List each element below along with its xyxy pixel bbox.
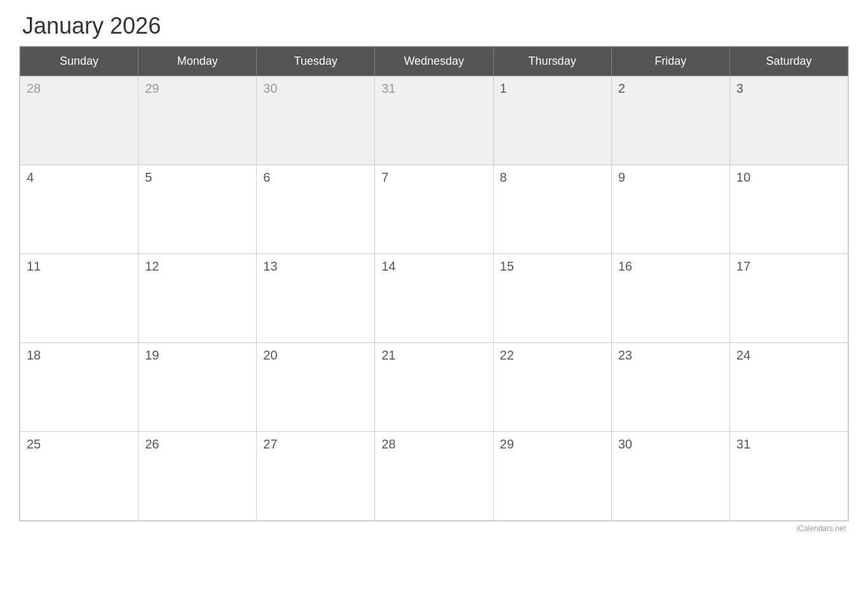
- calendar-day-cell[interactable]: 28: [20, 76, 139, 165]
- calendar-header-cell: Wednesday: [375, 47, 493, 76]
- day-number: 5: [145, 170, 152, 184]
- calendar-header-cell: Saturday: [729, 47, 848, 76]
- day-number: 21: [381, 348, 395, 362]
- calendar-header-row: SundayMondayTuesdayWednesdayThursdayFrid…: [20, 47, 848, 76]
- calendar: SundayMondayTuesdayWednesdayThursdayFrid…: [19, 46, 849, 522]
- calendar-header-cell: Sunday: [20, 47, 139, 76]
- day-number: 29: [145, 81, 159, 95]
- calendar-day-cell[interactable]: 11: [20, 254, 139, 343]
- day-number: 20: [263, 348, 277, 362]
- day-number: 16: [618, 259, 632, 273]
- calendar-week-row: 25262728293031: [20, 432, 848, 521]
- day-number: 28: [381, 437, 395, 451]
- day-number: 22: [500, 348, 514, 362]
- watermark: iCalendars.net: [19, 524, 849, 533]
- calendar-day-cell[interactable]: 27: [257, 432, 375, 521]
- calendar-day-cell[interactable]: 31: [729, 432, 848, 521]
- day-number: 3: [736, 81, 743, 95]
- calendar-day-cell[interactable]: 18: [20, 343, 139, 432]
- calendar-day-cell[interactable]: 23: [611, 343, 729, 432]
- calendar-day-cell[interactable]: 12: [139, 254, 257, 343]
- day-number: 8: [500, 170, 507, 184]
- day-number: 19: [145, 348, 159, 362]
- day-number: 1: [500, 81, 507, 95]
- calendar-day-cell[interactable]: 29: [493, 432, 611, 521]
- calendar-day-cell[interactable]: 7: [375, 165, 493, 254]
- calendar-day-cell[interactable]: 3: [729, 76, 848, 165]
- day-number: 11: [27, 259, 41, 273]
- day-number: 23: [618, 348, 632, 362]
- day-number: 29: [500, 437, 514, 451]
- calendar-day-cell[interactable]: 16: [611, 254, 729, 343]
- day-number: 27: [263, 437, 277, 451]
- calendar-day-cell[interactable]: 20: [257, 343, 375, 432]
- day-number: 9: [618, 170, 625, 184]
- day-number: 14: [381, 259, 395, 273]
- calendar-day-cell[interactable]: 19: [139, 343, 257, 432]
- calendar-day-cell[interactable]: 14: [375, 254, 493, 343]
- calendar-day-cell[interactable]: 30: [611, 432, 729, 521]
- day-number: 7: [381, 170, 388, 184]
- day-number: 30: [263, 81, 277, 95]
- calendar-day-cell[interactable]: 10: [729, 165, 848, 254]
- day-number: 17: [736, 259, 750, 273]
- day-number: 18: [27, 348, 41, 362]
- calendar-day-cell[interactable]: 22: [493, 343, 611, 432]
- day-number: 4: [27, 170, 34, 184]
- day-number: 31: [736, 437, 750, 451]
- calendar-day-cell[interactable]: 1: [493, 76, 611, 165]
- day-number: 31: [381, 81, 395, 95]
- calendar-day-cell[interactable]: 4: [20, 165, 139, 254]
- calendar-day-cell[interactable]: 5: [139, 165, 257, 254]
- calendar-day-cell[interactable]: 9: [611, 165, 729, 254]
- calendar-week-row: 11121314151617: [20, 254, 848, 343]
- calendar-header-cell: Tuesday: [257, 47, 375, 76]
- calendar-day-cell[interactable]: 28: [375, 432, 493, 521]
- day-number: 12: [145, 259, 159, 273]
- day-number: 10: [736, 170, 750, 184]
- calendar-header-cell: Thursday: [493, 47, 611, 76]
- day-number: 25: [27, 437, 41, 451]
- day-number: 2: [618, 81, 625, 95]
- calendar-day-cell[interactable]: 6: [257, 165, 375, 254]
- page-title: January 2026: [19, 13, 849, 39]
- day-number: 6: [263, 170, 270, 184]
- calendar-day-cell[interactable]: 29: [139, 76, 257, 165]
- calendar-day-cell[interactable]: 2: [611, 76, 729, 165]
- day-number: 30: [618, 437, 632, 451]
- calendar-day-cell[interactable]: 30: [257, 76, 375, 165]
- calendar-week-row: 28293031123: [20, 76, 848, 165]
- day-number: 13: [263, 259, 277, 273]
- calendar-day-cell[interactable]: 26: [139, 432, 257, 521]
- calendar-day-cell[interactable]: 13: [257, 254, 375, 343]
- day-number: 28: [27, 81, 41, 95]
- calendar-header-cell: Monday: [139, 47, 257, 76]
- day-number: 26: [145, 437, 159, 451]
- day-number: 24: [736, 348, 750, 362]
- calendar-day-cell[interactable]: 8: [493, 165, 611, 254]
- calendar-day-cell[interactable]: 21: [375, 343, 493, 432]
- calendar-day-cell[interactable]: 15: [493, 254, 611, 343]
- calendar-day-cell[interactable]: 31: [375, 76, 493, 165]
- calendar-week-row: 45678910: [20, 165, 848, 254]
- calendar-day-cell[interactable]: 24: [729, 343, 848, 432]
- calendar-day-cell[interactable]: 17: [729, 254, 848, 343]
- calendar-header-cell: Friday: [611, 47, 729, 76]
- calendar-week-row: 18192021222324: [20, 343, 848, 432]
- day-number: 15: [500, 259, 514, 273]
- calendar-day-cell[interactable]: 25: [20, 432, 139, 521]
